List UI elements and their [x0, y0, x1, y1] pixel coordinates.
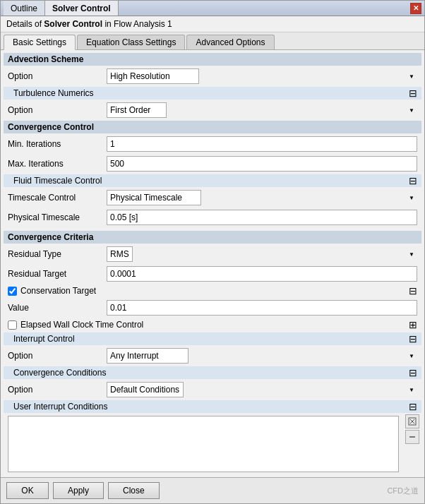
window-header: Details of Solver Control in Flow Analys…: [1, 16, 424, 32]
convergence-control-header: Convergence Control: [4, 121, 421, 133]
convergence-conditions-label: Convergence Conditions: [13, 368, 106, 378]
convergence-conditions-collapse-icon[interactable]: ⊟: [409, 368, 417, 378]
interrupt-control-label: Interrupt Control: [13, 334, 75, 344]
interrupt-option-label: Option: [8, 351, 107, 361]
elapsed-wall-clock-label: Elapsed Wall Clock Time Control: [20, 320, 143, 330]
elapsed-wall-clock-checkbox[interactable]: [8, 320, 17, 330]
conservation-target-row: Conservation Target ⊟: [4, 284, 421, 297]
apply-button[interactable]: Apply: [53, 482, 104, 499]
tab-basic-settings-label: Basic Settings: [13, 37, 66, 47]
title-tab-solver-control-label: Solver Control: [52, 4, 111, 13]
conv-cond-option-row: Option Default Conditions User Defined: [4, 380, 421, 399]
header-prefix: Details of: [6, 19, 44, 29]
advection-option-label: Option: [8, 71, 107, 81]
tab-advanced-options[interactable]: Advanced Options: [186, 35, 274, 49]
timescale-control-select-wrapper: Physical Timescale Auto Timescale Local …: [107, 190, 417, 205]
elapsed-expand-icon[interactable]: ⊞: [409, 320, 417, 330]
title-tab-outline-label: Outline: [11, 4, 37, 13]
tab-basic-settings[interactable]: Basic Settings: [4, 35, 76, 50]
advection-option-row: Option High Resolution Specified Blend F…: [4, 67, 421, 85]
min-iter-input[interactable]: [107, 136, 417, 152]
timescale-control-label: Timescale Control: [8, 193, 107, 203]
conservation-value-row: Value: [4, 299, 421, 317]
residual-target-label: Residual Target: [8, 269, 107, 279]
tab-equation-class[interactable]: Equation Class Settings: [77, 35, 185, 49]
fluid-timescale-header: Fluid Timescale Control ⊟: [4, 174, 421, 187]
residual-target-row: Residual Target: [4, 265, 421, 283]
turbulence-numerics-header: Turbulence Numerics ⊟: [4, 87, 421, 100]
residual-type-select[interactable]: RMS MAX: [107, 246, 133, 262]
header-bold: Solver Control: [44, 19, 102, 29]
interrupt-option-row: Option Any Interrupt No Interrupt Contro…: [4, 347, 421, 365]
turbulence-option-label: Option: [8, 105, 107, 115]
user-interrupt-collapse-icon[interactable]: ⊟: [409, 402, 417, 412]
min-iter-row: Min. Iterations: [4, 135, 421, 153]
user-interrupt-conditions-header: User Interrupt Conditions ⊟: [4, 400, 421, 413]
user-interrupt-conditions-label: User Interrupt Conditions: [13, 402, 107, 412]
physical-timescale-row: Physical Timescale: [4, 208, 421, 227]
convergence-conditions-header: Convergence Conditions ⊟: [4, 366, 421, 379]
user-interrupt-list: [8, 416, 399, 472]
max-iter-label: Max. Iterations: [8, 159, 107, 169]
advection-option-select[interactable]: High Resolution Specified Blend Factor F…: [107, 68, 199, 84]
add-interrupt-button[interactable]: [405, 414, 419, 428]
elapsed-wall-clock-row: Elapsed Wall Clock Time Control ⊞: [4, 318, 421, 331]
convergence-criteria-label: Convergence Criteria: [8, 232, 93, 242]
fluid-timescale-label: Fluid Timescale Control: [13, 176, 102, 186]
max-iter-input[interactable]: [107, 156, 417, 172]
timescale-control-select[interactable]: Physical Timescale Auto Timescale Local …: [107, 190, 201, 205]
max-iter-row: Max. Iterations: [4, 155, 421, 173]
residual-type-select-wrapper: RMS MAX: [107, 246, 417, 262]
tab-bar: Basic Settings Equation Class Settings A…: [1, 32, 424, 50]
user-interrupt-area-outer: [4, 414, 421, 474]
title-tab-outline[interactable]: Outline: [4, 1, 45, 16]
title-tab-solver-control[interactable]: Solver Control: [45, 1, 119, 16]
conservation-target-checkbox[interactable]: [8, 287, 17, 296]
residual-type-label: Residual Type: [8, 249, 107, 259]
interrupt-option-select-wrapper: Any Interrupt No Interrupt Control: [107, 348, 417, 364]
turbulence-option-select[interactable]: First Order Second Order: [107, 102, 167, 118]
close-button[interactable]: Close: [108, 482, 160, 499]
turbulence-option-select-wrapper: First Order Second Order: [107, 102, 417, 118]
header-suffix: in Flow Analysis 1: [102, 19, 172, 29]
bottom-bar: OK Apply Close CFD之道: [1, 477, 424, 503]
timescale-control-row: Timescale Control Physical Timescale Aut…: [4, 188, 421, 207]
turbulence-numerics-label: Turbulence Numerics: [13, 88, 94, 98]
conv-cond-select[interactable]: Default Conditions User Defined: [107, 382, 184, 397]
close-icon[interactable]: ✕: [410, 3, 421, 14]
turbulence-option-row: Option First Order Second Order: [4, 101, 421, 119]
advection-scheme-label: Advection Scheme: [8, 54, 83, 64]
advection-option-select-wrapper: High Resolution Specified Blend Factor F…: [107, 68, 417, 84]
fluid-timescale-collapse-icon[interactable]: ⊟: [409, 176, 417, 186]
watermark: CFD之道: [387, 486, 419, 496]
min-iter-label: Min. Iterations: [8, 139, 107, 149]
physical-timescale-input[interactable]: [107, 210, 417, 225]
title-bar: Outline Solver Control ✕: [1, 1, 424, 16]
turbulence-collapse-icon[interactable]: ⊟: [409, 88, 417, 98]
bottom-buttons: OK Apply Close: [6, 482, 160, 499]
residual-type-row: Residual Type RMS MAX: [4, 245, 421, 263]
ok-button[interactable]: OK: [6, 482, 49, 499]
conv-cond-select-wrapper: Default Conditions User Defined: [107, 382, 417, 397]
conservation-value-input[interactable]: [107, 300, 417, 316]
title-bar-tabs: Outline Solver Control: [4, 1, 119, 16]
conservation-value-label: Value: [8, 303, 107, 313]
advection-scheme-header: Advection Scheme: [4, 53, 421, 66]
interrupt-control-header: Interrupt Control ⊟: [4, 332, 421, 345]
tab-advanced-options-label: Advanced Options: [196, 37, 265, 47]
interrupt-collapse-icon[interactable]: ⊟: [409, 334, 417, 344]
main-content: Advection Scheme Option High Resolution …: [1, 50, 424, 477]
residual-target-input[interactable]: [107, 266, 417, 282]
user-interrupt-btn-group: [405, 414, 419, 474]
conservation-target-label: Conservation Target: [20, 286, 96, 296]
tab-equation-class-label: Equation Class Settings: [86, 37, 176, 47]
physical-timescale-label: Physical Timescale: [8, 212, 107, 222]
conv-cond-option-label: Option: [8, 385, 107, 395]
delete-interrupt-button[interactable]: [405, 430, 419, 444]
convergence-control-label: Convergence Control: [8, 122, 94, 132]
conservation-target-collapse-icon[interactable]: ⊟: [409, 286, 417, 296]
main-window: Outline Solver Control ✕ Details of Solv…: [0, 0, 425, 504]
convergence-criteria-header: Convergence Criteria: [4, 231, 421, 244]
interrupt-option-select[interactable]: Any Interrupt No Interrupt Control: [107, 348, 188, 364]
